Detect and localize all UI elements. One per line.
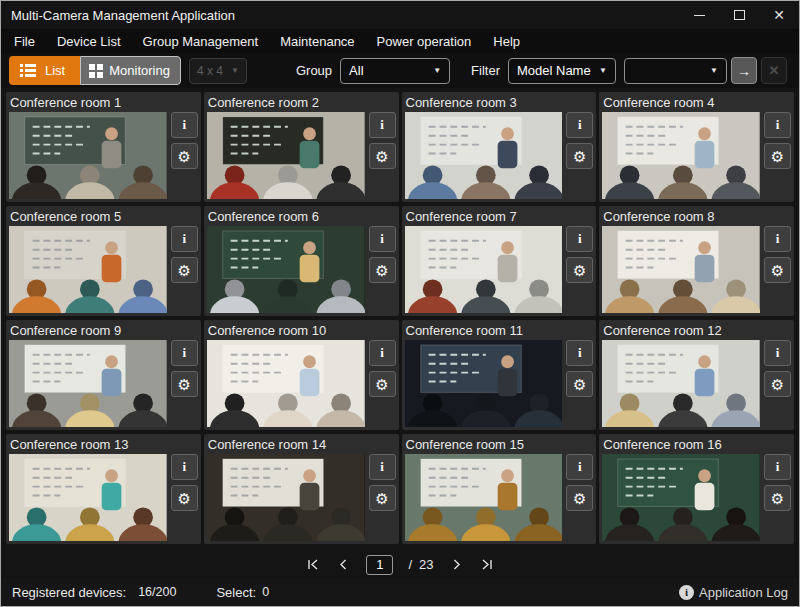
first-page-button[interactable]	[304, 557, 320, 573]
camera-tile[interactable]: Conference room 16 i ⚙	[599, 434, 794, 544]
camera-info-button[interactable]: i	[171, 454, 198, 480]
chevron-down-icon: ▼	[599, 66, 607, 75]
previous-page-icon	[337, 558, 350, 571]
camera-settings-button[interactable]: ⚙	[566, 485, 593, 511]
menu-item[interactable]: Power operation	[366, 29, 483, 53]
camera-tile[interactable]: Conference room 6 i ⚙	[204, 206, 399, 316]
camera-thumbnail	[405, 112, 563, 199]
camera-info-button[interactable]: i	[369, 112, 396, 138]
app-window: Multi-Camera Management Application ✕ Fi…	[0, 0, 800, 607]
camera-info-button[interactable]: i	[171, 112, 198, 138]
page-total: / 23	[408, 557, 433, 572]
camera-settings-button[interactable]: ⚙	[171, 257, 198, 283]
camera-name: Conference room 6	[207, 207, 396, 226]
layout-select[interactable]: 4 x 4 ▼	[189, 58, 247, 84]
camera-settings-button[interactable]: ⚙	[566, 257, 593, 283]
previous-page-button[interactable]	[335, 557, 351, 573]
list-view-button[interactable]: List	[9, 56, 80, 85]
camera-tile[interactable]: Conference room 14 i ⚙	[204, 434, 399, 544]
camera-tile[interactable]: Conference room 8 i ⚙	[599, 206, 794, 316]
menu-item[interactable]: Group Management	[132, 29, 270, 53]
gear-icon: ⚙	[573, 491, 586, 506]
camera-settings-button[interactable]: ⚙	[369, 371, 396, 397]
camera-thumbnail	[9, 340, 167, 427]
camera-thumbnail	[405, 454, 563, 541]
camera-tile[interactable]: Conference room 12 i ⚙	[599, 320, 794, 430]
camera-info-button[interactable]: i	[171, 340, 198, 366]
camera-info-button[interactable]: i	[369, 454, 396, 480]
camera-settings-button[interactable]: ⚙	[764, 485, 791, 511]
gear-icon: ⚙	[178, 263, 191, 278]
gear-icon: ⚙	[178, 377, 191, 392]
info-icon: i	[776, 345, 780, 361]
layout-select-value: 4 x 4	[197, 64, 223, 78]
camera-info-button[interactable]: i	[566, 454, 593, 480]
camera-settings-button[interactable]: ⚙	[566, 143, 593, 169]
list-icon	[20, 64, 36, 77]
camera-tile[interactable]: Conference room 13 i ⚙	[6, 434, 201, 544]
camera-info-button[interactable]: i	[764, 454, 791, 480]
camera-settings-button[interactable]: ⚙	[764, 143, 791, 169]
maximize-button[interactable]	[719, 1, 759, 29]
camera-settings-button[interactable]: ⚙	[369, 485, 396, 511]
last-page-button[interactable]	[480, 557, 496, 573]
gear-icon: ⚙	[771, 263, 784, 278]
menu-item[interactable]: Maintenance	[269, 29, 365, 53]
group-select[interactable]: All ▼	[340, 58, 450, 84]
application-log-button[interactable]: i Application Log	[679, 585, 788, 600]
camera-tile[interactable]: Conference room 10 i ⚙	[204, 320, 399, 430]
camera-settings-button[interactable]: ⚙	[369, 143, 396, 169]
monitoring-grid-icon	[89, 64, 103, 78]
gear-icon: ⚙	[375, 491, 388, 506]
arrow-right-icon: →	[737, 63, 751, 79]
menu-item[interactable]: File	[3, 29, 46, 53]
gear-icon: ⚙	[178, 491, 191, 506]
monitoring-view-button[interactable]: Monitoring	[80, 56, 181, 85]
clear-filter-button[interactable]: ✕	[761, 57, 787, 84]
camera-tile[interactable]: Conference room 2 i ⚙	[204, 92, 399, 202]
info-icon: i	[776, 117, 780, 133]
camera-settings-button[interactable]: ⚙	[171, 143, 198, 169]
camera-settings-button[interactable]: ⚙	[369, 257, 396, 283]
camera-name: Conference room 14	[207, 435, 396, 454]
menu-item[interactable]: Device List	[46, 29, 132, 53]
camera-tile[interactable]: Conference room 9 i ⚙	[6, 320, 201, 430]
apply-filter-button[interactable]: →	[731, 57, 757, 84]
minimize-button[interactable]	[679, 1, 719, 29]
page-count: 23	[419, 557, 433, 572]
camera-info-button[interactable]: i	[566, 226, 593, 252]
camera-settings-button[interactable]: ⚙	[171, 485, 198, 511]
filter-type-select[interactable]: Model Name ▼	[508, 58, 616, 84]
page-number-input[interactable]	[366, 555, 393, 575]
camera-tile[interactable]: Conference room 15 i ⚙	[402, 434, 597, 544]
camera-tile[interactable]: Conference room 1 i ⚙	[6, 92, 201, 202]
camera-settings-button[interactable]: ⚙	[566, 371, 593, 397]
next-page-button[interactable]	[449, 557, 465, 573]
camera-settings-button[interactable]: ⚙	[764, 257, 791, 283]
registered-devices-value: 16/200	[138, 585, 176, 599]
menu-item[interactable]: Help	[482, 29, 531, 53]
info-icon: i	[182, 345, 186, 361]
gear-icon: ⚙	[771, 149, 784, 164]
camera-tile[interactable]: Conference room 5 i ⚙	[6, 206, 201, 316]
camera-settings-button[interactable]: ⚙	[171, 371, 198, 397]
camera-tile[interactable]: Conference room 4 i ⚙	[599, 92, 794, 202]
camera-thumbnail	[602, 454, 760, 541]
camera-info-button[interactable]: i	[566, 340, 593, 366]
camera-info-button[interactable]: i	[566, 112, 593, 138]
camera-tile[interactable]: Conference room 3 i ⚙	[402, 92, 597, 202]
camera-tile[interactable]: Conference room 11 i ⚙	[402, 320, 597, 430]
camera-thumbnail	[207, 340, 365, 427]
camera-info-button[interactable]: i	[764, 340, 791, 366]
filter-query-select[interactable]: ▼	[624, 58, 727, 84]
camera-info-button[interactable]: i	[171, 226, 198, 252]
gear-icon: ⚙	[573, 263, 586, 278]
camera-info-button[interactable]: i	[764, 112, 791, 138]
camera-info-button[interactable]: i	[369, 340, 396, 366]
camera-info-button[interactable]: i	[369, 226, 396, 252]
camera-settings-button[interactable]: ⚙	[764, 371, 791, 397]
camera-tile[interactable]: Conference room 7 i ⚙	[402, 206, 597, 316]
close-button[interactable]: ✕	[759, 1, 799, 29]
gear-icon: ⚙	[178, 149, 191, 164]
camera-info-button[interactable]: i	[764, 226, 791, 252]
